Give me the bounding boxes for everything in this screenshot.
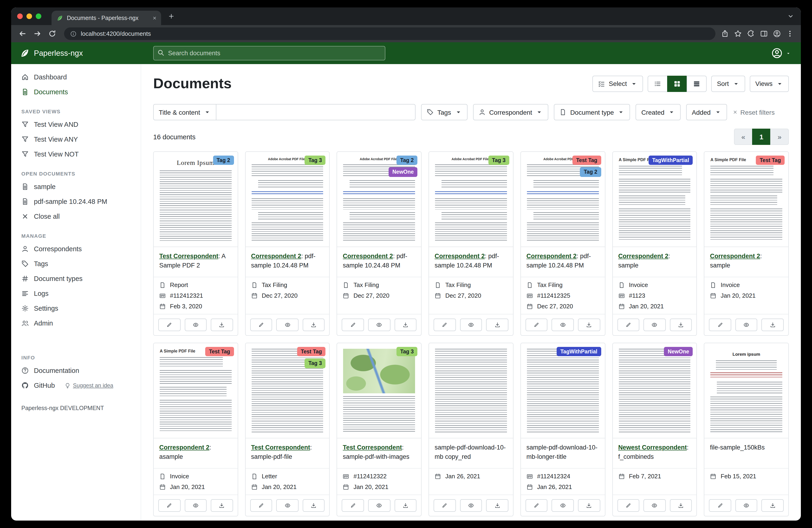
view-button[interactable]	[276, 318, 299, 331]
document-thumbnail[interactable]: Lorem ipsum	[705, 343, 788, 438]
view-button[interactable]	[552, 318, 574, 331]
edit-button[interactable]	[342, 318, 364, 331]
view-button[interactable]	[643, 499, 666, 512]
tag-badge[interactable]: NewOne	[664, 347, 693, 356]
edit-button[interactable]	[525, 318, 548, 331]
download-button[interactable]	[211, 499, 233, 512]
download-button[interactable]	[762, 318, 784, 331]
sidebar-item-open-sample[interactable]: sample	[11, 179, 141, 194]
tag-badge[interactable]: TagWithPartial	[648, 156, 693, 165]
browser-menu-button[interactable]	[786, 30, 794, 38]
view-button[interactable]	[185, 318, 207, 331]
document-thumbnail[interactable]	[429, 343, 513, 438]
sort-button[interactable]: Sort	[711, 75, 745, 92]
view-button[interactable]	[460, 499, 482, 512]
sidebar-item-correspondents[interactable]: Correspondents	[11, 242, 141, 256]
search-input[interactable]	[153, 46, 385, 60]
view-button[interactable]	[368, 318, 390, 331]
bookmark-star-button[interactable]	[734, 30, 742, 38]
view-button[interactable]	[460, 318, 482, 331]
view-button[interactable]	[368, 499, 390, 512]
sidebar-item-close-all[interactable]: Close all	[11, 209, 141, 224]
edit-button[interactable]	[158, 499, 180, 512]
user-menu[interactable]	[771, 47, 791, 59]
edit-button[interactable]	[250, 499, 272, 512]
edit-button[interactable]	[617, 318, 639, 331]
browser-profile-button[interactable]	[773, 30, 781, 38]
view-button[interactable]	[552, 499, 574, 512]
close-window-button[interactable]	[17, 13, 23, 19]
document-thumbnail[interactable]	[613, 343, 696, 438]
tag-badge[interactable]: NewOne	[389, 167, 417, 177]
document-type-filter-button[interactable]: Document type	[554, 104, 630, 120]
download-button[interactable]	[211, 318, 233, 331]
view-button[interactable]	[735, 318, 757, 331]
sidebar-item-github[interactable]: GitHub Suggest an idea	[11, 378, 141, 393]
document-title-link[interactable]: sample-pdf-download-10-mb-longer-title	[526, 444, 597, 460]
tag-badge[interactable]: Test Tag	[756, 156, 785, 165]
correspondent-link[interactable]: Correspondent 2	[710, 253, 760, 260]
document-title-link[interactable]: file-sample_150kBs	[710, 444, 765, 451]
tags-filter-button[interactable]: Tags	[421, 104, 467, 120]
address-bar[interactable]: localhost:4200/documents	[64, 27, 715, 40]
document-thumbnail[interactable]: Lorem Ipsum	[154, 152, 237, 247]
detail-view-button[interactable]	[687, 75, 707, 92]
download-button[interactable]	[486, 318, 508, 331]
side-panel-button[interactable]	[760, 30, 768, 38]
document-thumbnail[interactable]: A Simple PDF File	[613, 152, 696, 247]
sidebar-item-test-view-and[interactable]: Test View AND	[11, 117, 141, 132]
correspondent-link[interactable]: Test Correspondent	[159, 253, 218, 260]
download-button[interactable]	[303, 318, 325, 331]
correspondent-link[interactable]: Correspondent 2	[251, 253, 301, 260]
correspondent-link[interactable]: Newest Correspondent	[618, 444, 687, 451]
sidebar-item-documentation[interactable]: Documentation	[11, 363, 141, 378]
view-button[interactable]	[643, 318, 666, 331]
edit-button[interactable]	[434, 499, 456, 512]
grid-view-button[interactable]	[667, 75, 687, 92]
app-brand[interactable]: Paperless-ngx	[11, 48, 153, 58]
new-tab-button[interactable]	[165, 10, 177, 22]
document-thumbnail[interactable]: A Simple PDF File	[705, 152, 788, 247]
view-button[interactable]	[185, 499, 207, 512]
extensions-button[interactable]	[747, 30, 755, 38]
title-content-dropdown[interactable]: Title & content	[153, 104, 216, 120]
edit-button[interactable]	[158, 318, 180, 331]
tag-badge[interactable]: Test Tag	[205, 347, 234, 356]
added-filter-button[interactable]: Added	[686, 104, 727, 120]
sidebar-item-test-view-not[interactable]: Test View NOT	[11, 147, 141, 161]
correspondent-link[interactable]: Test Correspondent	[251, 444, 310, 451]
correspondent-filter-button[interactable]: Correspondent	[473, 104, 548, 120]
download-button[interactable]	[670, 318, 692, 331]
share-button[interactable]	[721, 30, 729, 38]
download-button[interactable]	[394, 318, 417, 331]
sidebar-item-document-types[interactable]: Document types	[11, 271, 141, 286]
correspondent-link[interactable]: Correspondent 2	[159, 444, 209, 451]
next-page-button[interactable]: »	[770, 129, 789, 145]
correspondent-link[interactable]: Correspondent 2	[618, 253, 668, 260]
edit-button[interactable]	[342, 499, 364, 512]
download-button[interactable]	[486, 499, 508, 512]
document-title-link[interactable]: sample-pdf-download-10-mb copy_red	[435, 444, 506, 460]
back-button[interactable]	[16, 27, 29, 40]
sidebar-item-test-view-any[interactable]: Test View ANY	[11, 132, 141, 147]
tag-badge[interactable]: TagWithPartial	[557, 347, 601, 356]
reload-button[interactable]	[45, 27, 58, 40]
created-filter-button[interactable]: Created	[636, 104, 681, 120]
tag-badge[interactable]: Tag 2	[396, 156, 417, 165]
forward-button[interactable]	[31, 27, 44, 40]
tag-badge[interactable]: Tag 2	[213, 156, 234, 165]
views-button[interactable]: Views	[750, 75, 789, 92]
previous-page-button[interactable]: «	[734, 129, 753, 145]
sidebar-item-dashboard[interactable]: Dashboard	[11, 70, 141, 85]
tag-badge[interactable]: Tag 3	[396, 347, 417, 356]
tab-search-button[interactable]	[787, 13, 794, 19]
document-thumbnail[interactable]: Adobe Acrobat PDF Files	[429, 152, 513, 247]
sidebar-item-admin[interactable]: Admin	[11, 316, 141, 331]
edit-button[interactable]	[617, 499, 639, 512]
tag-badge[interactable]: Test Tag	[297, 347, 326, 356]
edit-button[interactable]	[434, 318, 456, 331]
edit-button[interactable]	[709, 499, 731, 512]
download-button[interactable]	[762, 499, 784, 512]
reset-filters-button[interactable]: Reset filters	[733, 109, 774, 116]
sidebar-item-tags[interactable]: Tags	[11, 256, 141, 271]
